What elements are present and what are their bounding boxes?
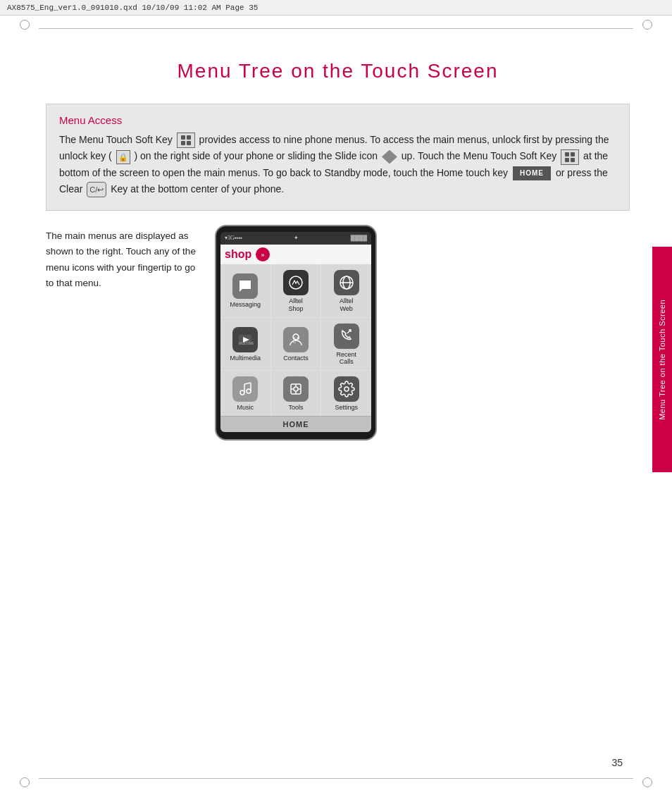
svg-text:MULTIMEDIA: MULTIMEDIA bbox=[239, 341, 254, 345]
content-area: Menu Tree on the Touch Screen Menu Acces… bbox=[46, 39, 630, 768]
settings-label: Settings bbox=[335, 404, 358, 412]
tools-icon bbox=[283, 376, 309, 402]
multimedia-label: Multimedia bbox=[230, 355, 261, 362]
phone-mockup: ▾3G▪▪▪▪ ✦ ▓▓▓▓ shop » Messag bbox=[215, 225, 377, 441]
phone-menu-grid: Messaging AlltelShop Allte bbox=[220, 264, 371, 416]
svg-point-23 bbox=[344, 387, 349, 391]
margin-top bbox=[39, 28, 633, 29]
menu-soft-key-icon-2 bbox=[561, 149, 579, 165]
recent-calls-icon bbox=[334, 324, 359, 349]
svg-point-18 bbox=[294, 387, 298, 391]
settings-icon bbox=[334, 376, 359, 402]
corner-mark-tr bbox=[642, 20, 652, 30]
contacts-icon: A BC bbox=[283, 327, 309, 352]
tools-label: Tools bbox=[288, 404, 303, 412]
header-bar: AX8575_Eng_ver1.0_091010.qxd 10/10/09 11… bbox=[0, 0, 672, 16]
menu-item-settings[interactable]: Settings bbox=[321, 371, 371, 416]
clear-key-icon: C/↩ bbox=[87, 182, 106, 197]
messaging-label: Messaging bbox=[230, 301, 261, 309]
menu-item-alltel-shop[interactable]: AlltelShop bbox=[271, 264, 321, 317]
music-icon bbox=[232, 376, 258, 402]
menu-item-messaging[interactable]: Messaging bbox=[220, 264, 270, 317]
side-tab-text: Menu Tree on the Touch Screen bbox=[658, 300, 666, 420]
menu-item-recent-calls[interactable]: RecentCalls bbox=[321, 318, 371, 371]
music-label: Music bbox=[237, 404, 254, 412]
phone-status-bar: ▾3G▪▪▪▪ ✦ ▓▓▓▓ bbox=[220, 232, 371, 245]
corner-mark-br bbox=[642, 777, 652, 787]
battery-icon: ▓▓▓▓ bbox=[351, 235, 367, 241]
recent-calls-label: RecentCalls bbox=[336, 351, 356, 366]
svg-marker-0 bbox=[239, 289, 242, 292]
menu-item-tools[interactable]: Tools bbox=[271, 371, 321, 416]
menu-access-title: Menu Access bbox=[59, 114, 616, 126]
messaging-icon bbox=[232, 273, 258, 299]
svg-text:C: C bbox=[293, 340, 297, 344]
corner-mark-tl bbox=[20, 20, 30, 30]
alltel-shop-label: AlltelShop bbox=[288, 297, 303, 313]
side-tab: Menu Tree on the Touch Screen bbox=[652, 247, 672, 472]
home-key-inline-icon: HOME bbox=[513, 166, 551, 181]
svg-point-12 bbox=[240, 390, 244, 395]
svg-line-16 bbox=[244, 383, 251, 384]
menu-item-multimedia[interactable]: MULTIMEDIA Multimedia bbox=[220, 318, 270, 371]
corner-mark-bl bbox=[20, 777, 30, 787]
menu-item-contacts[interactable]: A BC Contacts bbox=[271, 318, 321, 371]
lock-key-icon: 🔒 bbox=[116, 150, 130, 164]
slide-icon bbox=[382, 150, 397, 164]
menu-soft-key-icon bbox=[177, 133, 195, 148]
signal-icon: ▾3G▪▪▪▪ bbox=[225, 235, 242, 241]
page-title: Menu Tree on the Touch Screen bbox=[46, 60, 630, 82]
menu-item-alltel-web[interactable]: AlltelWeb bbox=[321, 264, 371, 317]
menu-access-text: The Menu Touch Soft Key provides access … bbox=[59, 132, 616, 197]
alltel-web-icon bbox=[334, 270, 359, 295]
home-bar[interactable]: HOME bbox=[220, 416, 371, 432]
gps-icon: ✦ bbox=[294, 235, 299, 241]
shop-arrow-icon: » bbox=[256, 247, 270, 261]
lower-description: The main menus are displayed as shown to… bbox=[46, 225, 201, 291]
multimedia-icon: MULTIMEDIA bbox=[232, 327, 258, 352]
lower-section: The main menus are displayed as shown to… bbox=[46, 225, 630, 441]
contacts-label: Contacts bbox=[283, 355, 309, 362]
home-bar-label: HOME bbox=[283, 420, 309, 429]
margin-bottom bbox=[39, 778, 633, 779]
phone-screen: ▾3G▪▪▪▪ ✦ ▓▓▓▓ shop » Messag bbox=[220, 232, 371, 432]
alltel-shop-icon bbox=[283, 270, 309, 295]
svg-point-13 bbox=[247, 389, 251, 393]
shop-label: shop bbox=[225, 248, 251, 261]
header-text: AX8575_Eng_ver1.0_091010.qxd 10/10/09 11… bbox=[7, 4, 258, 12]
menu-access-box: Menu Access The Menu Touch Soft Key prov… bbox=[46, 104, 630, 211]
menu-item-music[interactable]: Music bbox=[220, 371, 270, 416]
alltel-web-label: AlltelWeb bbox=[340, 297, 354, 313]
shop-banner: shop » bbox=[220, 245, 371, 264]
